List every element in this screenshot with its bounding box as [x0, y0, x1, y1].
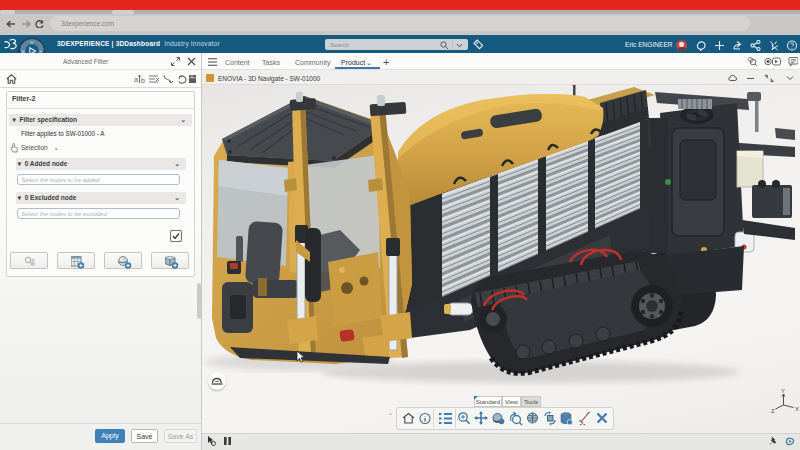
svg-text:W: W — [30, 41, 34, 45]
svg-text:X: X — [795, 406, 799, 412]
svg-text:Z: Z — [771, 408, 775, 414]
svg-text:Y: Y — [781, 388, 785, 394]
svg-text:b: b — [141, 77, 145, 84]
svg-text:a: a — [134, 76, 138, 83]
